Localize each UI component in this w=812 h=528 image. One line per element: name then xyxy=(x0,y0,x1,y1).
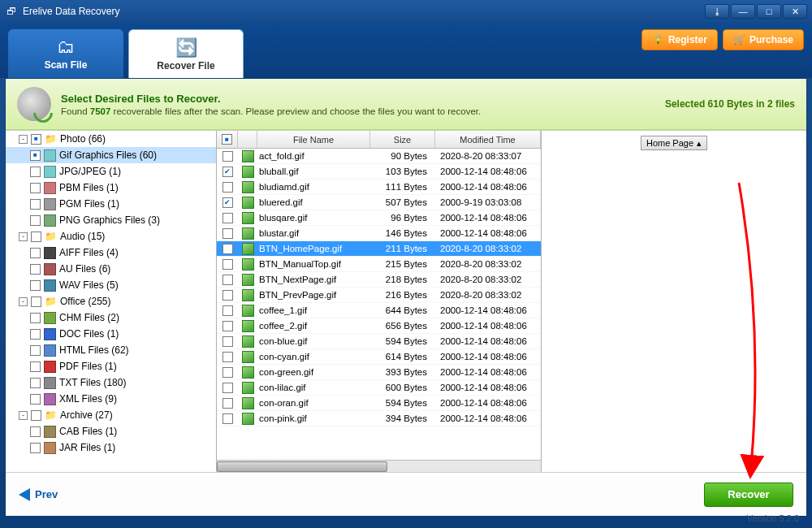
tree-item[interactable]: -📁Archive (27) xyxy=(6,407,216,423)
download-icon[interactable]: ⭳ xyxy=(705,4,729,19)
category-tree[interactable]: -📁Photo (66)Gif Graphics Files (60)JPG/J… xyxy=(6,131,217,472)
prev-button[interactable]: Prev xyxy=(19,488,58,501)
checkbox[interactable] xyxy=(30,443,41,453)
expand-icon[interactable]: - xyxy=(19,411,28,420)
checkbox[interactable] xyxy=(30,183,41,193)
tree-item[interactable]: Gif Graphics Files (60) xyxy=(6,147,216,163)
tree-item[interactable]: CHM Files (2) xyxy=(6,309,216,326)
file-row[interactable]: con-lilac.gif600 Bytes2000-12-14 08:48:0… xyxy=(217,380,541,396)
checkbox[interactable] xyxy=(30,264,41,275)
column-modified[interactable]: Modified Time xyxy=(435,131,541,148)
tree-item[interactable]: PGM Files (1) xyxy=(6,196,216,212)
close-button[interactable]: ✕ xyxy=(783,4,807,19)
file-row[interactable]: BTN_ManualTop.gif215 Bytes2020-8-20 08:3… xyxy=(217,257,541,272)
expand-icon[interactable]: - xyxy=(19,135,28,144)
file-row[interactable]: con-oran.gif594 Bytes2000-12-14 08:48:06 xyxy=(217,396,541,411)
file-row[interactable]: bluball.gif103 Bytes2000-12-14 08:48:06 xyxy=(217,164,541,180)
tree-item[interactable]: PBM Files (1) xyxy=(6,180,216,196)
maximize-button[interactable]: □ xyxy=(757,4,781,19)
minimize-button[interactable]: — xyxy=(731,4,755,19)
file-row[interactable]: coffee_1.gif644 Bytes2000-12-14 08:48:06 xyxy=(217,303,541,318)
expand-icon[interactable]: - xyxy=(19,297,28,306)
row-checkbox[interactable] xyxy=(222,398,233,409)
checkbox[interactable] xyxy=(31,410,41,421)
tree-item[interactable]: JPG/JPEG (1) xyxy=(6,163,216,180)
file-row[interactable]: bludiamd.gif111 Bytes2000-12-14 08:48:06 xyxy=(217,180,541,195)
checkbox[interactable] xyxy=(30,345,41,356)
checkbox[interactable] xyxy=(30,394,41,405)
row-checkbox[interactable] xyxy=(222,290,233,301)
file-row[interactable]: con-blue.gif594 Bytes2000-12-14 08:48:06 xyxy=(217,334,541,349)
column-filename[interactable]: File Name xyxy=(257,131,370,148)
checkbox[interactable] xyxy=(30,313,41,323)
row-checkbox[interactable] xyxy=(222,197,233,208)
register-button[interactable]: 🔒 Register xyxy=(641,29,718,50)
row-checkbox[interactable] xyxy=(222,321,233,331)
tree-item[interactable]: PNG Graphics Files (3) xyxy=(6,212,216,228)
checkbox[interactable] xyxy=(30,280,41,291)
tree-item[interactable]: TXT Files (180) xyxy=(6,374,216,391)
checkbox[interactable] xyxy=(30,361,41,372)
tree-item[interactable]: CAB Files (1) xyxy=(6,423,216,439)
file-row[interactable]: coffee_2.gif656 Bytes2000-12-14 08:48:06 xyxy=(217,318,541,334)
preview-homepage-button[interactable]: Home Page ▴ xyxy=(641,136,707,150)
checkbox[interactable] xyxy=(31,232,41,242)
gif-file-icon xyxy=(242,366,254,379)
file-row[interactable]: blustar.gif146 Bytes2000-12-14 08:48:06 xyxy=(217,226,541,241)
file-row[interactable]: con-green.gif393 Bytes2000-12-14 08:48:0… xyxy=(217,365,541,380)
tree-item[interactable]: -📁Photo (66) xyxy=(6,131,216,147)
row-checkbox[interactable] xyxy=(222,213,233,223)
column-size[interactable]: Size xyxy=(370,131,435,148)
row-checkbox[interactable] xyxy=(222,383,233,393)
row-checkbox[interactable] xyxy=(222,182,233,193)
tree-item[interactable]: JAR Files (1) xyxy=(6,439,216,456)
checkbox[interactable] xyxy=(30,150,41,161)
row-checkbox[interactable] xyxy=(222,305,233,316)
file-row[interactable]: BTN_PrevPage.gif216 Bytes2020-8-20 08:33… xyxy=(217,288,541,303)
select-all-checkbox[interactable] xyxy=(222,134,232,145)
tree-item[interactable]: WAV Files (5) xyxy=(6,277,216,293)
scrollbar-thumb[interactable] xyxy=(217,461,387,472)
file-row[interactable]: blusqare.gif96 Bytes2000-12-14 08:48:06 xyxy=(217,210,541,226)
cell-filename: con-cyan.gif xyxy=(257,352,370,361)
row-checkbox[interactable] xyxy=(222,228,233,239)
row-checkbox[interactable] xyxy=(222,244,233,254)
tree-item[interactable]: -📁Audio (15) xyxy=(6,228,216,245)
file-row[interactable]: BTN_NextPage.gif218 Bytes2020-8-20 08:33… xyxy=(217,272,541,288)
row-checkbox[interactable] xyxy=(222,413,233,424)
checkbox[interactable] xyxy=(30,378,41,388)
checkbox[interactable] xyxy=(30,215,41,226)
row-checkbox[interactable] xyxy=(222,336,233,347)
checkbox[interactable] xyxy=(31,134,41,145)
file-row[interactable]: act_fold.gif90 Bytes2020-8-20 08:33:07 xyxy=(217,149,541,164)
tab-scan-file[interactable]: 🗂 Scan File xyxy=(8,29,123,78)
checkbox[interactable] xyxy=(30,199,41,210)
file-row[interactable]: bluered.gif507 Bytes2000-9-19 03:03:08 xyxy=(217,195,541,210)
row-checkbox[interactable] xyxy=(222,151,233,162)
checkbox[interactable] xyxy=(31,296,41,307)
tree-item[interactable]: AIFF Files (4) xyxy=(6,245,216,261)
checkbox[interactable] xyxy=(30,167,41,177)
row-checkbox[interactable] xyxy=(222,367,233,378)
tree-item[interactable]: HTML Files (62) xyxy=(6,342,216,358)
row-checkbox[interactable] xyxy=(222,352,233,362)
tree-item[interactable]: AU Files (6) xyxy=(6,261,216,277)
tree-item[interactable]: XML Files (9) xyxy=(6,391,216,407)
checkbox[interactable] xyxy=(30,248,41,258)
recover-button[interactable]: Recover xyxy=(704,483,793,507)
expand-icon[interactable]: - xyxy=(19,232,28,241)
checkbox[interactable] xyxy=(30,426,41,437)
row-checkbox[interactable] xyxy=(222,259,233,270)
row-checkbox[interactable] xyxy=(222,167,233,177)
purchase-button[interactable]: 🛒 Purchase xyxy=(723,29,804,50)
tree-item[interactable]: PDF Files (1) xyxy=(6,358,216,374)
tree-item[interactable]: -📁Office (255) xyxy=(6,293,216,309)
checkbox[interactable] xyxy=(30,329,41,340)
tab-recover-file[interactable]: 🔄 Recover File xyxy=(128,29,244,78)
file-row[interactable]: con-pink.gif394 Bytes2000-12-14 08:48:06 xyxy=(217,411,541,426)
horizontal-scrollbar[interactable] xyxy=(217,460,541,472)
file-row[interactable]: con-cyan.gif614 Bytes2000-12-14 08:48:06 xyxy=(217,349,541,365)
tree-item[interactable]: DOC Files (1) xyxy=(6,326,216,342)
row-checkbox[interactable] xyxy=(222,275,233,285)
file-row[interactable]: BTN_HomePage.gif211 Bytes2020-8-20 08:33… xyxy=(217,241,541,257)
